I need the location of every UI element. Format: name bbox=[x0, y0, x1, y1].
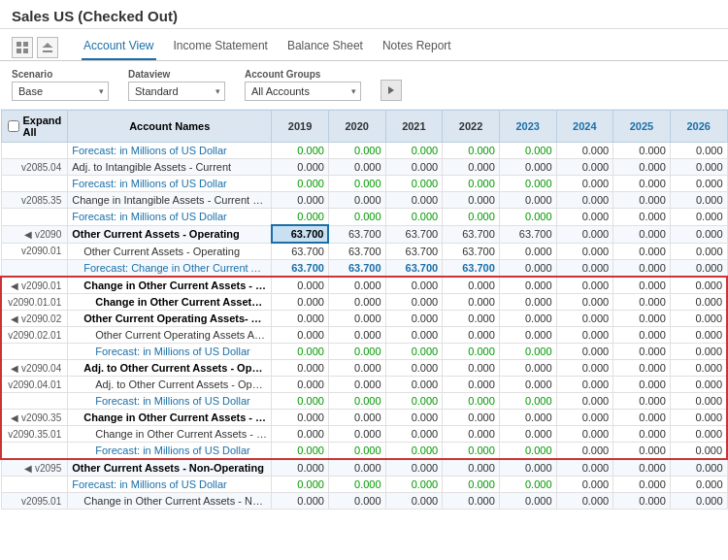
value-cell: 0.000 bbox=[499, 459, 556, 477]
data-table-container[interactable]: Expand All Account Names 2019 2020 2021 … bbox=[0, 110, 728, 517]
value-cell: 0.000 bbox=[670, 393, 727, 410]
value-cell: 0.000 bbox=[385, 294, 443, 311]
value-cell: 0.000 bbox=[328, 344, 385, 360]
table-row: v2085.04Adj. to Intangible Assets - Curr… bbox=[1, 159, 727, 176]
tab-icons bbox=[12, 37, 58, 58]
value-cell: 0.000 bbox=[385, 410, 443, 426]
account-name-cell[interactable]: Forecast: in Millions of US Dollar bbox=[68, 443, 272, 460]
value-cell: 0.000 bbox=[385, 377, 443, 393]
account-name-cell[interactable]: Forecast: in Millions of US Dollar bbox=[68, 393, 272, 410]
value-cell: 0.000 bbox=[613, 377, 671, 393]
value-cell: 0.000 bbox=[328, 311, 385, 327]
year-2024-header[interactable]: 2024 bbox=[556, 111, 613, 143]
dataview-select[interactable]: Standard bbox=[128, 82, 225, 101]
accountgroups-select[interactable]: All Accounts bbox=[245, 82, 361, 101]
value-cell: 0.000 bbox=[556, 260, 613, 278]
value-cell: 0.000 bbox=[443, 393, 500, 410]
value-cell: 63.700 bbox=[443, 260, 500, 278]
value-cell: 0.000 bbox=[670, 260, 727, 278]
value-cell: 0.000 bbox=[272, 344, 329, 360]
value-cell: 0.000 bbox=[670, 176, 727, 192]
value-cell: 0.000 bbox=[385, 360, 443, 377]
account-name-cell[interactable]: Forecast: in Millions of US Dollar bbox=[68, 209, 272, 226]
value-cell: 0.000 bbox=[443, 377, 500, 393]
value-cell: 0.000 bbox=[328, 410, 385, 426]
value-cell: 0.000 bbox=[613, 327, 671, 344]
scenario-select[interactable]: Base bbox=[12, 82, 109, 101]
value-cell: 0.000 bbox=[613, 225, 671, 243]
value-cell: 0.000 bbox=[556, 143, 613, 159]
svg-rect-0 bbox=[17, 42, 21, 47]
value-cell: 0.000 bbox=[385, 393, 443, 410]
expand-all-header: Expand All bbox=[1, 111, 68, 143]
value-cell: 0.000 bbox=[613, 294, 671, 311]
year-2025-header[interactable]: 2025 bbox=[613, 111, 671, 143]
value-cell: 63.700 bbox=[328, 243, 385, 260]
value-cell: 63.700 bbox=[385, 225, 443, 243]
grid-icon-button[interactable] bbox=[12, 37, 33, 58]
account-id-cell: v2090.02.01 bbox=[1, 327, 68, 344]
svg-marker-7 bbox=[388, 86, 394, 94]
arrow-right-icon bbox=[385, 84, 397, 96]
value-cell: 0.000 bbox=[670, 277, 727, 294]
value-cell: 0.000 bbox=[613, 426, 671, 443]
value-cell: 63.700 bbox=[272, 260, 329, 278]
account-id-cell: v2085.04 bbox=[1, 159, 68, 176]
value-cell: 0.000 bbox=[272, 459, 329, 477]
value-cell: 63.700 bbox=[443, 243, 500, 260]
value-cell: 0.000 bbox=[499, 426, 556, 443]
tab-balance-sheet[interactable]: Balance Sheet bbox=[285, 35, 365, 60]
tab-account-view[interactable]: Account View bbox=[82, 35, 156, 60]
value-cell: 0.000 bbox=[499, 143, 556, 159]
controls-bar: Scenario Base Dataview Standard Account … bbox=[0, 61, 728, 110]
value-cell: 0.000 bbox=[443, 360, 500, 377]
account-name-cell: Adj. to Other Current Assets - Operating bbox=[68, 360, 272, 377]
value-cell: 0.000 bbox=[328, 360, 385, 377]
table-row: ◀ v2090.01Change in Other Current Assets… bbox=[1, 277, 727, 294]
value-cell: 0.000 bbox=[670, 493, 727, 510]
tab-notes-report[interactable]: Notes Report bbox=[381, 35, 453, 60]
account-name-cell[interactable]: Forecast: Change in Other Current Assets… bbox=[68, 260, 272, 278]
value-cell: 0.000 bbox=[385, 477, 443, 493]
table-row: v2090.35.01Change in Other Current Asset… bbox=[1, 426, 727, 443]
value-cell: 0.000 bbox=[385, 209, 443, 226]
table-row: Forecast: in Millions of US Dollar0.0000… bbox=[1, 143, 727, 159]
value-cell: 0.000 bbox=[328, 426, 385, 443]
value-cell: 0.000 bbox=[443, 344, 500, 360]
value-cell: 0.000 bbox=[670, 344, 727, 360]
value-cell: 0.000 bbox=[613, 243, 671, 260]
tab-income-statement[interactable]: Income Statement bbox=[172, 35, 270, 60]
account-name-cell[interactable]: Forecast: in Millions of US Dollar bbox=[68, 344, 272, 360]
value-cell: 0.000 bbox=[613, 360, 671, 377]
value-cell: 0.000 bbox=[556, 327, 613, 344]
value-cell: 0.000 bbox=[328, 294, 385, 311]
value-cell: 0.000 bbox=[556, 159, 613, 176]
value-cell: 0.000 bbox=[613, 311, 671, 327]
page-header: Sales US (Checked Out) bbox=[0, 0, 728, 29]
table-row: ◀ v2090.02Other Current Operating Assets… bbox=[1, 311, 727, 327]
value-cell: 0.000 bbox=[385, 143, 443, 159]
table-row: v2090.01.01Change in Other Current Asset… bbox=[1, 294, 727, 311]
value-cell: 0.000 bbox=[556, 344, 613, 360]
table-row: Forecast: in Millions of US Dollar0.0000… bbox=[1, 393, 727, 410]
data-table: Expand All Account Names 2019 2020 2021 … bbox=[0, 110, 728, 510]
account-id-cell: v2085.35 bbox=[1, 192, 68, 209]
year-2023-header[interactable]: 2023 bbox=[499, 111, 556, 143]
table-row: ◀ v2090.35Change in Other Current Assets… bbox=[1, 410, 727, 426]
account-name-cell[interactable]: Forecast: in Millions of US Dollar bbox=[68, 176, 272, 192]
account-name-cell[interactable]: Forecast: in Millions of US Dollar bbox=[68, 143, 272, 159]
value-cell: 0.000 bbox=[613, 459, 671, 477]
arrow-button[interactable] bbox=[381, 80, 402, 101]
value-cell: 0.000 bbox=[499, 443, 556, 460]
accountgroups-label: Account Groups bbox=[245, 69, 361, 80]
value-cell: 0.000 bbox=[499, 260, 556, 278]
value-cell: 0.000 bbox=[556, 176, 613, 192]
year-2026-header[interactable]: 2026 bbox=[670, 111, 727, 143]
expand-all-checkbox[interactable] bbox=[8, 120, 19, 132]
account-name-cell[interactable]: Forecast: in Millions of US Dollar bbox=[68, 477, 272, 493]
value-cell: 0.000 bbox=[499, 277, 556, 294]
value-cell: 63.700 bbox=[328, 225, 385, 243]
export-icon-button[interactable] bbox=[37, 37, 58, 58]
account-name-cell: Other Current Assets - Non-Operating bbox=[68, 459, 272, 477]
export-icon bbox=[42, 42, 53, 53]
